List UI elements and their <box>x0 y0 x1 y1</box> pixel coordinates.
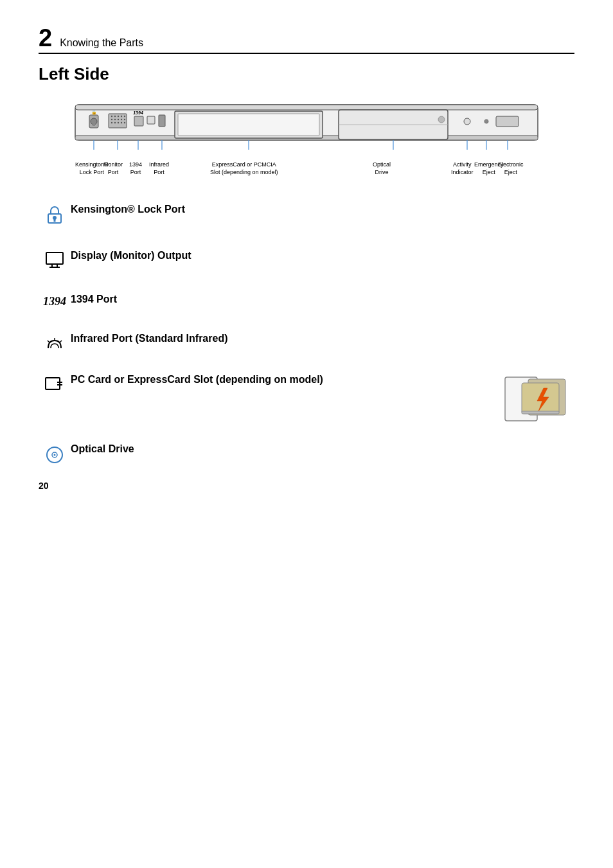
svg-text:🔒: 🔒 <box>91 109 97 115</box>
svg-point-10 <box>118 116 119 117</box>
svg-point-14 <box>114 119 116 120</box>
section-infrared: Infrared Port (Standard Infrared) <box>39 328 574 355</box>
section-monitor: Display (Monitor) Output <box>39 245 574 269</box>
kensington-icon <box>39 204 71 226</box>
label-electronic: ElectronicEject <box>498 161 524 176</box>
section-optical: Optical Drive <box>39 438 574 465</box>
label-optical: OpticalDrive <box>373 161 391 176</box>
diagram-container: 🔒 1394 <box>39 97 574 183</box>
chapter-rule <box>39 53 574 54</box>
optical-icon <box>39 443 71 465</box>
svg-point-18 <box>111 122 112 123</box>
svg-point-8 <box>111 116 112 117</box>
label-monitor: MonitorPort <box>103 161 123 176</box>
svg-text:1394: 1394 <box>133 111 143 115</box>
icon-1394: 1394 <box>39 294 71 308</box>
monitor-heading: Display (Monitor) Output <box>71 250 574 261</box>
svg-rect-28 <box>178 114 319 136</box>
svg-point-20 <box>118 122 119 123</box>
pccard-image <box>504 374 574 425</box>
svg-rect-23 <box>134 116 143 126</box>
svg-point-15 <box>118 119 119 120</box>
section-kensington: Kensington® Lock Port <box>39 199 574 226</box>
svg-point-31 <box>438 116 445 123</box>
svg-rect-1 <box>75 105 538 110</box>
svg-line-53 <box>60 341 62 342</box>
svg-point-17 <box>124 119 125 120</box>
svg-point-13 <box>111 119 112 120</box>
section-title: Left Side <box>39 64 574 84</box>
chapter-title: Knowing the Parts <box>60 37 143 49</box>
monitor-icon <box>39 250 71 269</box>
svg-rect-54 <box>46 378 60 389</box>
section-1394: 1394 1394 Port <box>39 288 574 308</box>
section-pccard: PC Card or ExpressCard Slot (depending o… <box>39 374 574 425</box>
pccard-icon <box>39 374 71 393</box>
svg-point-32 <box>464 118 470 125</box>
label-expresscard: ExpressCard or PCMCIASlot (depending on … <box>210 161 278 176</box>
infrared-heading: Infrared Port (Standard Infrared) <box>71 333 574 344</box>
svg-rect-25 <box>147 116 155 124</box>
svg-line-52 <box>48 341 49 342</box>
svg-point-12 <box>124 116 125 117</box>
svg-rect-26 <box>159 115 165 127</box>
svg-point-33 <box>484 120 488 123</box>
laptop-diagram: 🔒 1394 <box>56 97 557 161</box>
page-number: 20 <box>39 481 49 491</box>
infrared-icon <box>39 333 71 355</box>
kensington-heading: Kensington® Lock Port <box>71 204 574 215</box>
svg-point-65 <box>54 454 56 456</box>
svg-rect-46 <box>54 219 56 222</box>
svg-rect-5 <box>93 123 95 126</box>
svg-point-16 <box>121 119 122 120</box>
svg-point-11 <box>121 116 122 117</box>
svg-rect-62 <box>522 411 559 414</box>
svg-rect-47 <box>46 252 63 264</box>
optical-heading: Optical Drive <box>71 443 574 455</box>
label-infrared: InfraredPort <box>149 161 169 176</box>
label-1394: 1394Port <box>129 161 142 176</box>
svg-point-9 <box>114 116 116 117</box>
svg-point-22 <box>124 122 125 123</box>
svg-point-21 <box>121 122 122 123</box>
svg-rect-34 <box>496 116 519 127</box>
pccard-heading: PC Card or ExpressCard Slot (depending o… <box>71 374 493 385</box>
svg-point-19 <box>114 122 116 123</box>
label-activity: ActivityIndicator <box>451 161 474 176</box>
heading-1394: 1394 Port <box>71 294 574 305</box>
chapter-number: 2 <box>39 26 52 50</box>
